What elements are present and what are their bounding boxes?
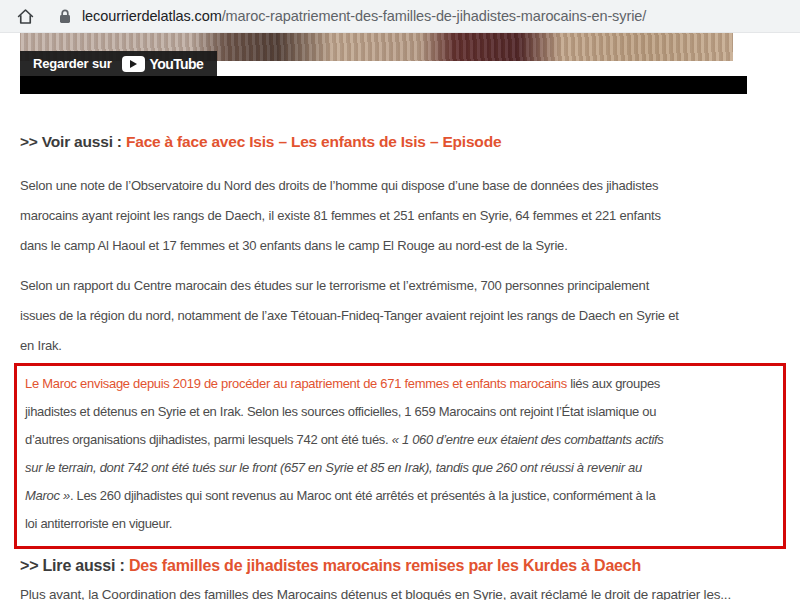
paragraph-rapport: Selon un rapport du Centre marocain des … (20, 271, 785, 361)
watch-on-label: Regarder sur (33, 56, 112, 71)
url-bar[interactable]: lecourrierdelatlas.com/maroc-rapatriemen… (82, 8, 646, 24)
rapatriement-link[interactable]: Le Maroc envisage depuis 2019 de procéde… (25, 376, 567, 391)
highlighted-paragraph: Le Maroc envisage depuis 2019 de procéde… (14, 363, 786, 549)
browser-address-bar: lecourrierdelatlas.com/maroc-rapatriemen… (0, 0, 800, 33)
youtube-logo: YouTube (122, 56, 204, 72)
youtube-wordmark: YouTube (150, 56, 204, 72)
home-icon[interactable] (16, 7, 35, 26)
voir-aussi-line: >> Voir aussi : Face à face avec Isis – … (20, 132, 800, 151)
youtube-play-icon (122, 56, 145, 72)
youtube-video-embed: Regarder sur YouTube (20, 33, 747, 93)
highlight-text-2: . Les 260 djihadistes qui sont revenus a… (25, 488, 655, 531)
url-path: /maroc-rapatriement-des-familles-de-jiha… (222, 8, 647, 24)
url-domain: lecourrierdelatlas.com (82, 8, 222, 24)
lock-icon (59, 9, 71, 24)
lire-aussi-label: >> Lire aussi : (20, 557, 125, 574)
voir-aussi-label: >> Voir aussi : (20, 133, 122, 150)
paragraph-observatoire: Selon une note de l’Observatoire du Nord… (20, 171, 785, 261)
voir-aussi-link[interactable]: Face à face avec Isis – Les enfants de I… (126, 133, 501, 150)
watch-on-youtube-button[interactable]: Regarder sur YouTube (20, 51, 217, 76)
lire-aussi-link[interactable]: Des familles de jihadistes marocains rem… (129, 557, 641, 574)
lire-aussi-line: >> Lire aussi : Des familles de jihadist… (20, 556, 800, 575)
video-player-bar[interactable] (20, 76, 747, 94)
clipped-bottom-line: Plus avant, la Coordination des familles… (20, 587, 790, 600)
article-content: >> Voir aussi : Face à face avec Isis – … (0, 132, 800, 600)
